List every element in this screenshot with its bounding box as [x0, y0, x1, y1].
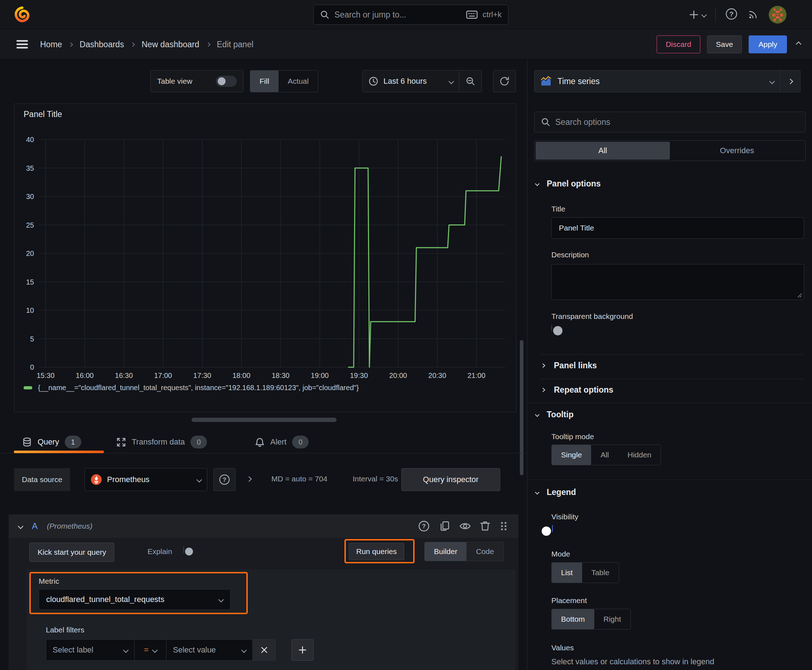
- drag-handle-icon[interactable]: [499, 521, 509, 531]
- chevron-down-icon: [701, 12, 707, 17]
- metric-select[interactable]: cloudflared_tunnel_total_requests: [39, 589, 231, 610]
- svg-text:17:00: 17:00: [154, 372, 172, 379]
- description-textarea[interactable]: [551, 264, 804, 300]
- duplicate-query-icon[interactable]: [439, 520, 450, 532]
- actual-option[interactable]: Actual: [278, 71, 318, 92]
- tab-overrides[interactable]: Overrides: [670, 142, 804, 160]
- tooltip-mode-all[interactable]: All: [591, 445, 618, 465]
- chevron-right-icon: [541, 387, 545, 392]
- builder-option[interactable]: Builder: [425, 542, 466, 561]
- tab-all[interactable]: All: [536, 142, 670, 160]
- breadcrumb-bar: Home Dashboards New dashboard Edit panel…: [0, 29, 812, 59]
- refresh-button[interactable]: [493, 70, 516, 92]
- operator-dropdown[interactable]: =: [135, 640, 166, 660]
- top-nav: ctrl+k ?: [0, 0, 812, 29]
- transform-icon: [116, 437, 126, 447]
- grafana-logo-icon[interactable]: [13, 5, 32, 25]
- chevron-down-icon: [535, 181, 539, 186]
- svg-text:35: 35: [26, 164, 34, 172]
- datasource-help-button[interactable]: ?: [214, 468, 236, 491]
- legend-mode-table[interactable]: Table: [582, 563, 619, 583]
- apply-button[interactable]: Apply: [749, 36, 787, 53]
- panel-title[interactable]: Panel Title: [24, 110, 62, 119]
- panel-links-header[interactable]: Panel links: [541, 361, 597, 371]
- breadcrumb-item-dashboards[interactable]: Dashboards: [80, 40, 124, 49]
- svg-text:20: 20: [26, 249, 34, 257]
- time-series-chart[interactable]: 051015202530354015:3016:0016:3017:0017:3…: [14, 125, 516, 380]
- time-range-picker[interactable]: Last 6 hours: [363, 76, 459, 86]
- select-label-dropdown[interactable]: Select label: [46, 640, 134, 660]
- query-inspector-button[interactable]: Query inspector: [401, 468, 500, 491]
- select-label-placeholder: Select label: [53, 645, 119, 655]
- explain-toggle[interactable]: [183, 546, 184, 553]
- tooltip-mode-single[interactable]: Single: [552, 445, 591, 465]
- query-row-actions: ?: [417, 520, 509, 533]
- chart-legend[interactable]: {__name__="cloudflared_tunnel_total_requ…: [24, 384, 359, 392]
- transform-count-badge: 0: [190, 436, 207, 448]
- transparent-background-toggle[interactable]: [551, 325, 552, 332]
- tab-alert[interactable]: Alert 0: [255, 431, 309, 453]
- chevron-right-icon: [131, 42, 135, 47]
- query-help-icon[interactable]: ?: [417, 520, 431, 533]
- chevron-down-icon: [241, 647, 247, 653]
- tooltip-section-header[interactable]: Tooltip: [536, 410, 573, 420]
- open-viz-list-button[interactable]: [780, 71, 800, 92]
- legend-series-label[interactable]: {__name__="cloudflared_tunnel_total_requ…: [38, 384, 359, 392]
- search-shortcut: ctrl+k: [483, 10, 502, 19]
- svg-text:18:30: 18:30: [272, 372, 290, 379]
- tab-transform-data[interactable]: Transform data 0: [116, 431, 207, 453]
- horizontal-scrollbar-thumb[interactable]: [192, 418, 337, 422]
- expand-options-button[interactable]: [247, 476, 251, 482]
- time-range-label: Last 6 hours: [383, 76, 444, 86]
- tab-query[interactable]: Query 1: [22, 431, 81, 453]
- add-filter-button[interactable]: [292, 639, 314, 661]
- legend-placement-bottom[interactable]: Bottom: [552, 609, 594, 629]
- visualization-name: Time series: [558, 76, 765, 86]
- options-search-input[interactable]: [555, 117, 799, 127]
- code-option[interactable]: Code: [466, 542, 503, 561]
- repeat-options-header[interactable]: Repeat options: [541, 385, 613, 395]
- global-search[interactable]: ctrl+k: [313, 5, 509, 25]
- mega-menu-button[interactable]: [16, 39, 29, 51]
- global-search-input[interactable]: [334, 10, 461, 20]
- panel-title-input[interactable]: [551, 217, 804, 239]
- plus-icon: [298, 646, 307, 654]
- breadcrumb-item-home[interactable]: Home: [40, 40, 62, 49]
- query-stats-interval: Interval = 30s: [353, 475, 398, 483]
- help-button[interactable]: ?: [725, 7, 738, 22]
- kick-start-query-button[interactable]: Kick start your query: [29, 543, 114, 562]
- panel-options-header[interactable]: Panel options: [536, 179, 601, 189]
- resize-handle-icon[interactable]: [797, 293, 802, 298]
- chevron-down-icon: [535, 412, 539, 417]
- breadcrumb-item-new-dashboard[interactable]: New dashboard: [141, 40, 199, 49]
- legend-mode-list[interactable]: List: [552, 563, 582, 583]
- visualization-select[interactable]: Time series: [534, 71, 780, 92]
- hide-response-eye-icon[interactable]: [459, 520, 471, 532]
- collapse-query-icon[interactable]: [18, 523, 24, 529]
- visualization-picker: Time series: [534, 70, 800, 92]
- delete-query-trash-icon[interactable]: [480, 520, 490, 532]
- tooltip-mode-hidden[interactable]: Hidden: [618, 445, 661, 465]
- prometheus-icon: [91, 474, 102, 485]
- options-search[interactable]: [534, 112, 805, 132]
- news-rss-button[interactable]: [747, 8, 759, 22]
- query-row-header[interactable]: A (Prometheus) ?: [8, 514, 519, 538]
- legend-placement-right[interactable]: Right: [594, 609, 631, 629]
- run-queries-button[interactable]: Run queries: [349, 543, 404, 560]
- save-button[interactable]: Save: [707, 36, 742, 53]
- add-menu-button[interactable]: [689, 10, 706, 19]
- search-icon: [541, 117, 550, 127]
- remove-filter-button[interactable]: [253, 640, 275, 660]
- user-avatar[interactable]: [769, 6, 787, 24]
- select-value-dropdown[interactable]: Select value: [166, 640, 253, 660]
- legend-visibility-toggle[interactable]: [552, 525, 553, 532]
- fill-option[interactable]: Fill: [250, 71, 278, 92]
- datasource-picker[interactable]: Prometheus: [85, 468, 207, 491]
- table-view-toggle[interactable]: [216, 76, 237, 86]
- collapse-options-pane-button[interactable]: [794, 41, 804, 47]
- legend-section-header[interactable]: Legend: [536, 487, 576, 497]
- discard-button[interactable]: Discard: [657, 36, 700, 53]
- zoom-out-time-button[interactable]: [459, 76, 481, 86]
- metric-highlight: Metric cloudflared_tunnel_total_requests: [29, 572, 248, 614]
- vertical-scrollbar-thumb[interactable]: [520, 340, 524, 475]
